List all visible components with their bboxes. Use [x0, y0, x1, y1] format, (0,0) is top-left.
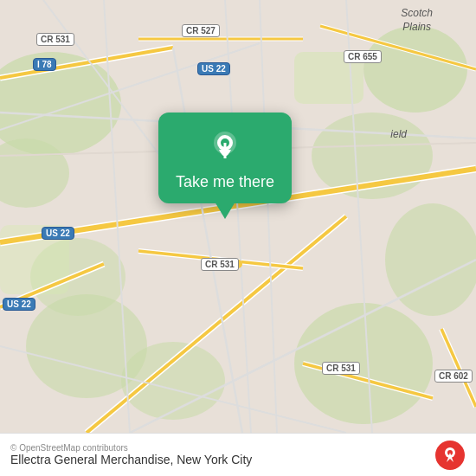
- field-label: ield: [390, 128, 407, 140]
- road-badge-cr527: CR 527: [182, 24, 220, 37]
- road-badge-us22-mid: US 22: [42, 227, 74, 240]
- map-container[interactable]: Scotch Plains ield I 78 US 22 CR 527 CR …: [0, 0, 476, 433]
- road-badge-i78: I 78: [33, 58, 56, 71]
- road-badge-cr531-bot: CR 531: [322, 362, 360, 375]
- moovit-icon: [434, 440, 466, 471]
- svg-point-3: [363, 26, 467, 113]
- road-badge-cr531-top: CR 531: [36, 33, 74, 46]
- scotch-plains-label: Scotch Plains: [401, 7, 433, 34]
- copyright-text: © OpenStreetMap contributors: [10, 443, 434, 453]
- take-me-there-button[interactable]: Take me there: [176, 173, 274, 191]
- moovit-logo: [434, 440, 466, 471]
- footer-bar: © OpenStreetMap contributors Ellectra Ge…: [0, 433, 476, 476]
- road-badge-cr531-mid: CR 531: [201, 258, 239, 271]
- location-pin-icon: [206, 128, 244, 166]
- footer-title: Ellectra General Merchandise, New York C…: [10, 453, 434, 466]
- road-badge-cr655: CR 655: [344, 50, 382, 63]
- road-badge-us22-top: US 22: [197, 62, 230, 75]
- map-svg: [0, 0, 476, 433]
- map-popup: Take me there: [134, 113, 316, 203]
- footer-info: © OpenStreetMap contributors Ellectra Ge…: [10, 443, 434, 466]
- road-badge-us22-bot: US 22: [3, 298, 35, 311]
- road-badge-cr602: CR 602: [434, 370, 473, 383]
- svg-point-6: [294, 303, 433, 424]
- popup-bubble[interactable]: Take me there: [158, 113, 292, 203]
